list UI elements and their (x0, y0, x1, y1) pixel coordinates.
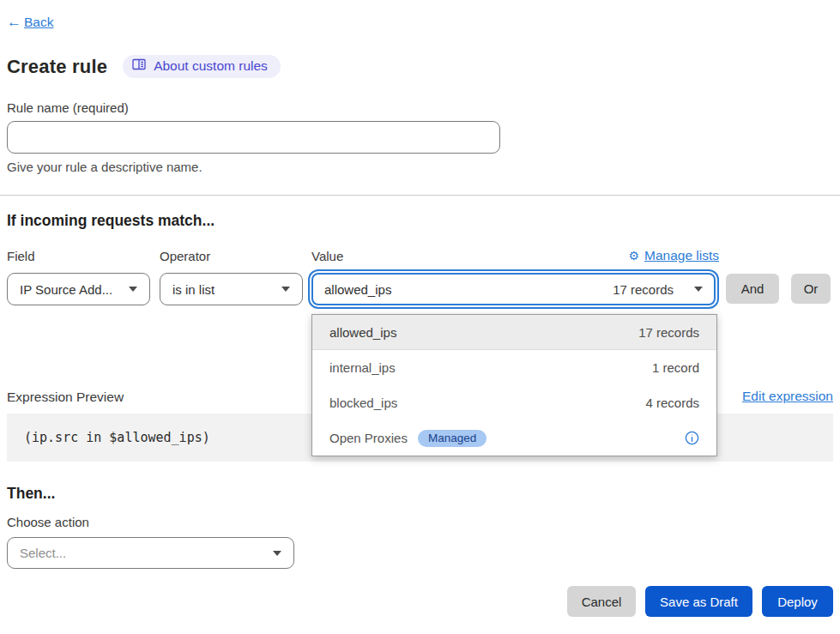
value-label: Value (311, 249, 343, 263)
choose-action-label: Choose action (7, 515, 89, 529)
cancel-button[interactable]: Cancel (567, 586, 636, 617)
choose-action-placeholder: Select... (20, 546, 66, 560)
list-option-allowed-ips[interactable]: allowed_ips 17 records (312, 315, 716, 350)
list-option-records: 1 record (652, 360, 699, 375)
choose-action-select[interactable]: Select... (7, 537, 294, 569)
about-custom-rules-link[interactable]: About custom rules (123, 55, 281, 78)
page-title: Create rule (7, 56, 107, 78)
list-option-blocked-ips[interactable]: blocked_ips 4 records (312, 385, 716, 420)
list-option-internal-ips[interactable]: internal_ips 1 record (312, 350, 716, 385)
edit-expression-link[interactable]: Edit expression (742, 389, 833, 404)
field-select-value: IP Source Add... (20, 282, 112, 297)
operator-select[interactable]: is in list (160, 273, 303, 305)
value-list-combobox[interactable]: allowed_ips 17 records (311, 273, 716, 305)
then-section-heading: Then... (7, 485, 55, 503)
list-option-open-proxies[interactable]: Open Proxies Managed (312, 420, 716, 456)
about-custom-rules-label: About custom rules (154, 58, 268, 74)
section-divider (0, 195, 840, 196)
back-link-label: Back (24, 15, 53, 30)
managed-badge: Managed (418, 430, 486, 447)
and-button[interactable]: And (726, 274, 779, 304)
chevron-down-icon (129, 287, 137, 292)
match-section-heading: If incoming requests match... (7, 212, 215, 230)
field-select[interactable]: IP Source Add... (7, 273, 150, 305)
title-row: Create rule About custom rules (7, 55, 281, 78)
operator-label: Operator (160, 249, 210, 263)
back-arrow-icon: ← (7, 14, 21, 31)
list-option-name: blocked_ips (329, 395, 397, 410)
expression-preview-label: Expression Preview (7, 389, 124, 405)
chevron-down-icon (273, 551, 281, 556)
save-as-draft-button[interactable]: Save as Draft (645, 586, 752, 617)
manage-lists-label: Manage lists (644, 248, 719, 263)
deploy-button[interactable]: Deploy (762, 586, 833, 617)
rule-name-helper: Give your rule a descriptive name. (7, 160, 202, 174)
back-link[interactable]: ← Back (7, 14, 53, 31)
list-dropdown-panel: allowed_ips 17 records internal_ips 1 re… (311, 314, 717, 456)
list-option-name: Open Proxies (329, 431, 408, 445)
rule-name-label: Rule name (required) (7, 100, 129, 115)
value-selected-list: allowed_ips (324, 282, 391, 297)
gear-icon: ⚙ (628, 250, 639, 262)
or-button[interactable]: Or (791, 274, 831, 304)
chevron-down-icon (694, 287, 703, 292)
book-icon (132, 58, 146, 74)
create-rule-page: ← Back Create rule About custom rules Ru… (0, 0, 840, 634)
value-record-count: 17 records (613, 282, 674, 297)
list-option-records: 4 records (645, 395, 699, 410)
rule-name-input[interactable] (7, 121, 500, 154)
list-option-records: 17 records (638, 325, 699, 340)
list-option-name: internal_ips (329, 360, 396, 375)
field-label: Field (7, 249, 35, 263)
info-icon[interactable] (685, 431, 699, 445)
manage-lists-link[interactable]: ⚙ Manage lists (628, 248, 719, 263)
chevron-down-icon (281, 287, 290, 292)
list-option-name: allowed_ips (329, 325, 396, 340)
operator-select-value: is in list (172, 282, 215, 297)
